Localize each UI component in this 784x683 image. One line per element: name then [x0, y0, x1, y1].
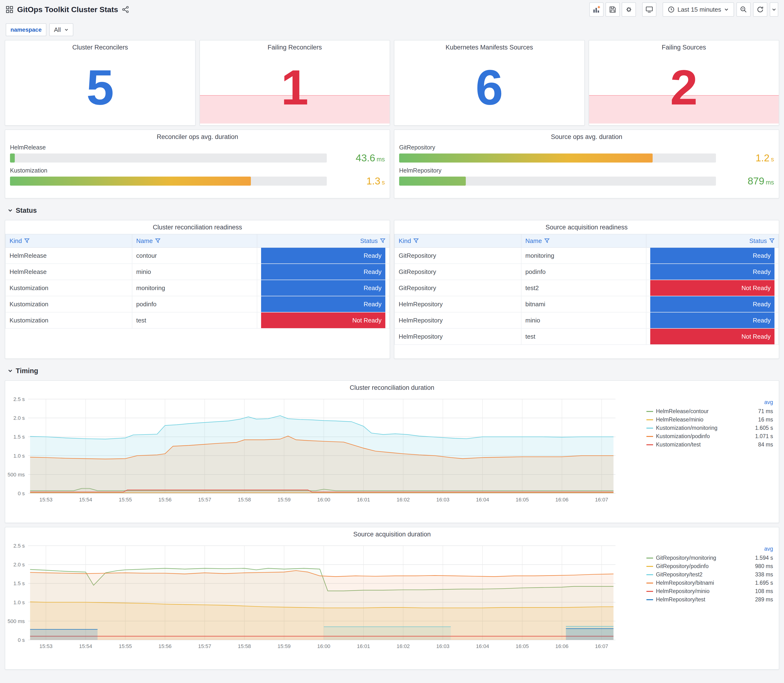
- filter-icon[interactable]: [24, 238, 29, 244]
- series-name: HelmRepository/minio: [656, 588, 744, 595]
- time-series-plot[interactable]: 15:5315:5415:5515:5615:5715:5815:5916:00…: [6, 540, 620, 656]
- svg-text:2.5 s: 2.5 s: [13, 543, 25, 549]
- svg-text:16:02: 16:02: [396, 643, 410, 649]
- legend-item[interactable]: GitRepository/monitoring1.594 s: [646, 554, 773, 562]
- legend-item[interactable]: Kustomization/podinfo1.071 s: [646, 432, 773, 441]
- variable-namespace-select[interactable]: All: [49, 23, 73, 36]
- share-icon[interactable]: [122, 6, 129, 13]
- table-row: KustomizationtestNot Ready: [5, 312, 390, 329]
- series-name: HelmRepository/bitnami: [656, 580, 744, 586]
- cell-kind: Kustomization: [5, 312, 132, 329]
- filter-icon[interactable]: [380, 238, 385, 244]
- series-color-dash: [646, 411, 653, 412]
- add-panel-button[interactable]: [589, 2, 604, 17]
- table-row: HelmReleaseminioReady: [5, 264, 390, 280]
- svg-text:2.0 s: 2.0 s: [13, 415, 25, 421]
- series-name: Kustomization/monitoring: [656, 425, 744, 431]
- legend-item[interactable]: HelmRepository/bitnami1.695 s: [646, 579, 773, 587]
- legend-item[interactable]: HelmRepository/minio108 ms: [646, 587, 773, 595]
- filter-icon[interactable]: [155, 238, 160, 244]
- gauge-panels-row: Reconciler ops avg. durationHelmRelease4…: [5, 130, 779, 199]
- table-row: KustomizationmonitoringReady: [5, 280, 390, 296]
- table-row: HelmRepositorybitnamiReady: [394, 296, 779, 312]
- tv-mode-button[interactable]: [642, 2, 656, 17]
- legend-item[interactable]: Kustomization/test84 ms: [646, 441, 773, 449]
- filter-icon[interactable]: [769, 238, 774, 244]
- panel-title: Cluster reconciliation duration: [5, 381, 779, 391]
- add-panel-icon: [593, 6, 600, 13]
- gauge-row-helmrepository: HelmRepository879ms: [394, 167, 779, 187]
- panel-title: Kubernetes Manifests Sources: [394, 40, 584, 51]
- svg-text:0 s: 0 s: [18, 637, 25, 643]
- svg-text:15:58: 15:58: [238, 643, 251, 649]
- column-header-name[interactable]: Name: [136, 237, 152, 245]
- column-header-status[interactable]: Status: [749, 237, 767, 245]
- series-color-dash: [646, 566, 653, 567]
- dashboard-header: GitOps Toolkit Cluster Stats: [0, 0, 784, 19]
- section-row-timing[interactable]: Timing: [5, 365, 779, 377]
- table-panel-cluster-reconciliation-readiness: Cluster reconciliation readinessKindName…: [5, 220, 390, 359]
- series-color-dash: [646, 583, 653, 584]
- legend-item[interactable]: GitRepository/test2338 ms: [646, 571, 773, 579]
- series-color-dash: [646, 591, 653, 592]
- series-avg-value: 108 ms: [746, 588, 773, 595]
- legend-avg-header[interactable]: avg: [764, 399, 773, 407]
- gauge-value: 1.3s: [332, 175, 385, 187]
- cell-kind: HelmRelease: [5, 264, 132, 280]
- svg-text:1.5 s: 1.5 s: [13, 580, 25, 586]
- cell-kind: GitRepository: [394, 264, 521, 280]
- cell-name: test: [521, 329, 646, 345]
- legend-item[interactable]: Kustomization/monitoring1.605 s: [646, 424, 773, 432]
- svg-text:16:00: 16:00: [317, 497, 330, 503]
- series-avg-value: 1.594 s: [746, 555, 773, 561]
- gauge-track: [10, 176, 327, 186]
- variable-namespace-label[interactable]: namespace: [6, 23, 46, 36]
- refresh-interval-dropdown[interactable]: [770, 2, 778, 17]
- series-avg-value: 980 ms: [746, 563, 773, 569]
- legend-item[interactable]: GitRepository/podinfo980 ms: [646, 562, 773, 571]
- series-name: HelmRelease/minio: [656, 417, 744, 423]
- stat-panels-row: Cluster Reconcilers5Failing Reconcilers1…: [5, 40, 779, 126]
- panel-title: Cluster reconciliation readiness: [5, 220, 390, 234]
- dashboard-settings-button[interactable]: [622, 2, 636, 17]
- refresh-button[interactable]: [753, 2, 767, 17]
- legend-item[interactable]: HelmRepository/test289 ms: [646, 595, 773, 604]
- legend-avg-header[interactable]: avg: [764, 546, 773, 554]
- readiness-tables-row: Cluster reconciliation readinessKindName…: [5, 220, 779, 359]
- chart-panel-cluster-reconciliation-duration: Cluster reconciliation duration15:5315:5…: [5, 380, 779, 523]
- stat-value: 1: [281, 63, 308, 112]
- series-avg-value: 1.695 s: [746, 580, 773, 586]
- series-color-dash: [646, 428, 653, 429]
- cell-kind: Kustomization: [5, 296, 132, 312]
- zoom-out-time-button[interactable]: [736, 2, 751, 17]
- svg-text:16:04: 16:04: [476, 643, 489, 649]
- chevron-down-icon: [8, 208, 13, 213]
- svg-text:16:01: 16:01: [357, 643, 370, 649]
- status-badge: Ready: [261, 296, 386, 312]
- time-range-picker[interactable]: Last 15 minutes: [663, 2, 734, 17]
- legend-item[interactable]: HelmRelease/minio16 ms: [646, 415, 773, 424]
- filter-icon[interactable]: [544, 238, 550, 244]
- column-header-status[interactable]: Status: [360, 237, 378, 245]
- status-badge: Ready: [650, 296, 775, 312]
- svg-text:16:07: 16:07: [595, 643, 608, 649]
- column-header-name[interactable]: Name: [525, 237, 542, 245]
- legend-item[interactable]: HelmRelease/contour71 ms: [646, 407, 773, 415]
- svg-text:1.5 s: 1.5 s: [13, 434, 25, 440]
- chevron-down-icon: [8, 368, 13, 374]
- save-dashboard-button[interactable]: [606, 2, 620, 17]
- table-row: HelmRepositorytestNot Ready: [394, 329, 779, 345]
- svg-text:0 s: 0 s: [18, 491, 25, 496]
- cell-kind: HelmRelease: [5, 247, 132, 264]
- section-row-status[interactable]: Status: [5, 205, 779, 216]
- column-header-kind[interactable]: Kind: [399, 237, 411, 245]
- series-avg-value: 338 ms: [746, 571, 773, 578]
- monitor-icon: [646, 6, 653, 13]
- stat-panel-failing-reconcilers: Failing Reconcilers1: [199, 40, 390, 126]
- column-header-kind[interactable]: Kind: [10, 237, 22, 245]
- time-series-plot[interactable]: 15:5315:5415:5515:5615:5715:5815:5916:00…: [6, 393, 620, 510]
- stat-body: 2: [589, 51, 779, 123]
- filter-icon[interactable]: [414, 238, 418, 244]
- gauge-bar: [10, 154, 15, 162]
- apps-grid-icon[interactable]: [6, 6, 13, 13]
